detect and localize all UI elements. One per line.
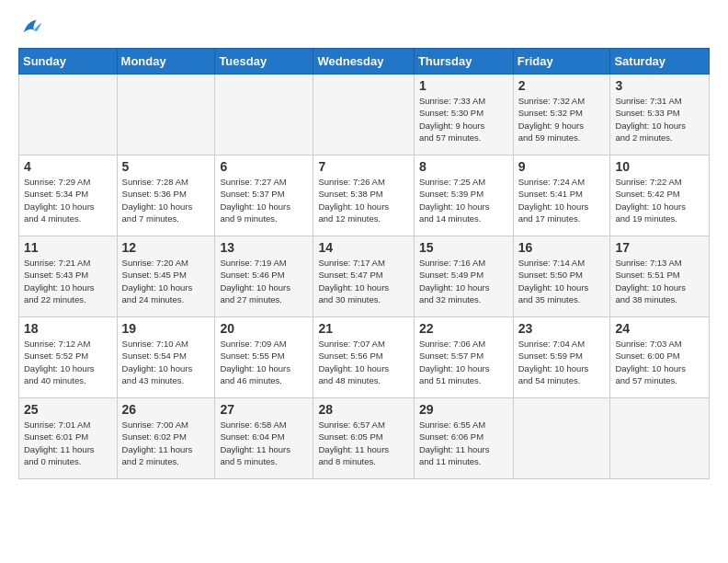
day-info: Sunrise: 6:55 AM Sunset: 6:06 PM Dayligh…	[419, 419, 508, 467]
calendar-cell: 20Sunrise: 7:09 AM Sunset: 5:55 PM Dayli…	[215, 317, 313, 398]
day-info: Sunrise: 7:28 AM Sunset: 5:36 PM Dayligh…	[122, 176, 210, 224]
calendar-cell: 23Sunrise: 7:04 AM Sunset: 5:59 PM Dayli…	[513, 317, 610, 398]
day-info: Sunrise: 7:32 AM Sunset: 5:32 PM Dayligh…	[518, 95, 606, 144]
day-number: 18	[24, 321, 112, 336]
day-number: 17	[615, 240, 704, 255]
calendar-cell: 18Sunrise: 7:12 AM Sunset: 5:52 PM Dayli…	[19, 317, 118, 398]
calendar-cell: 26Sunrise: 7:00 AM Sunset: 6:02 PM Dayli…	[117, 398, 215, 479]
day-info: Sunrise: 7:21 AM Sunset: 5:43 PM Dayligh…	[24, 257, 112, 305]
calendar-cell: 16Sunrise: 7:14 AM Sunset: 5:50 PM Dayli…	[513, 236, 610, 317]
header-row: SundayMondayTuesdayWednesdayThursdayFrid…	[19, 49, 710, 75]
calendar-cell: 14Sunrise: 7:17 AM Sunset: 5:47 PM Dayli…	[313, 236, 414, 317]
calendar-cell: 8Sunrise: 7:25 AM Sunset: 5:39 PM Daylig…	[414, 155, 513, 236]
day-number: 8	[419, 159, 508, 174]
day-info: Sunrise: 7:19 AM Sunset: 5:46 PM Dayligh…	[220, 257, 308, 305]
column-header-wednesday: Wednesday	[313, 49, 414, 75]
day-info: Sunrise: 7:22 AM Sunset: 5:42 PM Dayligh…	[615, 176, 704, 224]
day-number: 5	[122, 159, 210, 174]
day-info: Sunrise: 7:24 AM Sunset: 5:41 PM Dayligh…	[518, 176, 606, 224]
calendar-cell: 7Sunrise: 7:26 AM Sunset: 5:38 PM Daylig…	[313, 155, 414, 236]
day-number: 21	[318, 321, 408, 336]
day-number: 16	[518, 240, 606, 255]
calendar-cell: 27Sunrise: 6:58 AM Sunset: 6:04 PM Dayli…	[215, 398, 313, 479]
calendar-cell: 1Sunrise: 7:33 AM Sunset: 5:30 PM Daylig…	[414, 75, 513, 155]
calendar-cell: 21Sunrise: 7:07 AM Sunset: 5:56 PM Dayli…	[313, 317, 414, 398]
calendar-cell: 4Sunrise: 7:29 AM Sunset: 5:34 PM Daylig…	[19, 155, 118, 236]
calendar-cell: 28Sunrise: 6:57 AM Sunset: 6:05 PM Dayli…	[313, 398, 414, 479]
day-info: Sunrise: 7:13 AM Sunset: 5:51 PM Dayligh…	[615, 257, 704, 305]
day-info: Sunrise: 7:26 AM Sunset: 5:38 PM Dayligh…	[318, 176, 408, 224]
day-info: Sunrise: 7:29 AM Sunset: 5:34 PM Dayligh…	[24, 176, 112, 224]
calendar-cell: 24Sunrise: 7:03 AM Sunset: 6:00 PM Dayli…	[610, 317, 710, 398]
calendar-cell: 22Sunrise: 7:06 AM Sunset: 5:57 PM Dayli…	[414, 317, 513, 398]
calendar-cell: 6Sunrise: 7:27 AM Sunset: 5:37 PM Daylig…	[215, 155, 313, 236]
calendar-cell: 25Sunrise: 7:01 AM Sunset: 6:01 PM Dayli…	[19, 398, 118, 479]
calendar-cell	[513, 398, 610, 479]
day-info: Sunrise: 7:03 AM Sunset: 6:00 PM Dayligh…	[615, 338, 704, 386]
day-number: 1	[419, 78, 508, 93]
calendar-cell: 2Sunrise: 7:32 AM Sunset: 5:32 PM Daylig…	[513, 75, 610, 155]
calendar-cell: 29Sunrise: 6:55 AM Sunset: 6:06 PM Dayli…	[414, 398, 513, 479]
day-info: Sunrise: 6:58 AM Sunset: 6:04 PM Dayligh…	[220, 419, 308, 467]
calendar-cell: 17Sunrise: 7:13 AM Sunset: 5:51 PM Dayli…	[610, 236, 710, 317]
day-number: 9	[518, 159, 606, 174]
day-info: Sunrise: 7:06 AM Sunset: 5:57 PM Dayligh…	[419, 338, 508, 386]
day-info: Sunrise: 7:16 AM Sunset: 5:49 PM Dayligh…	[419, 257, 508, 305]
day-info: Sunrise: 7:17 AM Sunset: 5:47 PM Dayligh…	[318, 257, 408, 305]
day-info: Sunrise: 7:10 AM Sunset: 5:54 PM Dayligh…	[122, 338, 210, 386]
day-number: 2	[518, 78, 606, 93]
calendar-cell: 12Sunrise: 7:20 AM Sunset: 5:45 PM Dayli…	[117, 236, 215, 317]
column-header-monday: Monday	[117, 49, 215, 75]
day-number: 7	[318, 159, 408, 174]
day-info: Sunrise: 6:57 AM Sunset: 6:05 PM Dayligh…	[318, 419, 408, 467]
logo-icon	[18, 15, 44, 40]
calendar-cell: 15Sunrise: 7:16 AM Sunset: 5:49 PM Dayli…	[414, 236, 513, 317]
day-number: 25	[24, 402, 112, 417]
calendar-week-row: 1Sunrise: 7:33 AM Sunset: 5:30 PM Daylig…	[19, 75, 710, 155]
calendar-cell: 11Sunrise: 7:21 AM Sunset: 5:43 PM Dayli…	[19, 236, 118, 317]
day-number: 14	[318, 240, 408, 255]
day-number: 28	[318, 402, 408, 417]
column-header-tuesday: Tuesday	[215, 49, 313, 75]
calendar-week-row: 4Sunrise: 7:29 AM Sunset: 5:34 PM Daylig…	[19, 155, 710, 236]
day-number: 6	[220, 159, 308, 174]
calendar-cell: 3Sunrise: 7:31 AM Sunset: 5:33 PM Daylig…	[610, 75, 710, 155]
day-info: Sunrise: 7:04 AM Sunset: 5:59 PM Dayligh…	[518, 338, 606, 386]
day-info: Sunrise: 7:27 AM Sunset: 5:37 PM Dayligh…	[220, 176, 308, 224]
day-number: 27	[220, 402, 308, 417]
day-info: Sunrise: 7:00 AM Sunset: 6:02 PM Dayligh…	[122, 419, 210, 467]
calendar-week-row: 18Sunrise: 7:12 AM Sunset: 5:52 PM Dayli…	[19, 317, 710, 398]
calendar-cell	[610, 398, 710, 479]
calendar-cell	[19, 75, 118, 155]
calendar-cell	[215, 75, 313, 155]
day-number: 13	[220, 240, 308, 255]
day-info: Sunrise: 7:07 AM Sunset: 5:56 PM Dayligh…	[318, 338, 408, 386]
day-number: 11	[24, 240, 112, 255]
day-info: Sunrise: 7:31 AM Sunset: 5:33 PM Dayligh…	[615, 95, 704, 144]
calendar-cell	[313, 75, 414, 155]
day-info: Sunrise: 7:12 AM Sunset: 5:52 PM Dayligh…	[24, 338, 112, 386]
day-number: 12	[122, 240, 210, 255]
calendar-cell: 5Sunrise: 7:28 AM Sunset: 5:36 PM Daylig…	[117, 155, 215, 236]
day-number: 24	[615, 321, 704, 336]
day-number: 19	[122, 321, 210, 336]
day-number: 23	[518, 321, 606, 336]
day-info: Sunrise: 7:14 AM Sunset: 5:50 PM Dayligh…	[518, 257, 606, 305]
calendar-cell: 9Sunrise: 7:24 AM Sunset: 5:41 PM Daylig…	[513, 155, 610, 236]
calendar-table: SundayMondayTuesdayWednesdayThursdayFrid…	[18, 48, 710, 479]
day-info: Sunrise: 7:33 AM Sunset: 5:30 PM Dayligh…	[419, 95, 508, 144]
day-number: 26	[122, 402, 210, 417]
day-info: Sunrise: 7:01 AM Sunset: 6:01 PM Dayligh…	[24, 419, 112, 467]
calendar-week-row: 11Sunrise: 7:21 AM Sunset: 5:43 PM Dayli…	[19, 236, 710, 317]
calendar-cell: 19Sunrise: 7:10 AM Sunset: 5:54 PM Dayli…	[117, 317, 215, 398]
day-number: 29	[419, 402, 508, 417]
day-number: 22	[419, 321, 508, 336]
day-number: 3	[615, 78, 704, 93]
column-header-thursday: Thursday	[414, 49, 513, 75]
column-header-saturday: Saturday	[610, 49, 710, 75]
calendar-cell: 13Sunrise: 7:19 AM Sunset: 5:46 PM Dayli…	[215, 236, 313, 317]
day-number: 15	[419, 240, 508, 255]
page-header	[18, 15, 710, 40]
logo	[18, 15, 48, 40]
day-info: Sunrise: 7:09 AM Sunset: 5:55 PM Dayligh…	[220, 338, 308, 386]
